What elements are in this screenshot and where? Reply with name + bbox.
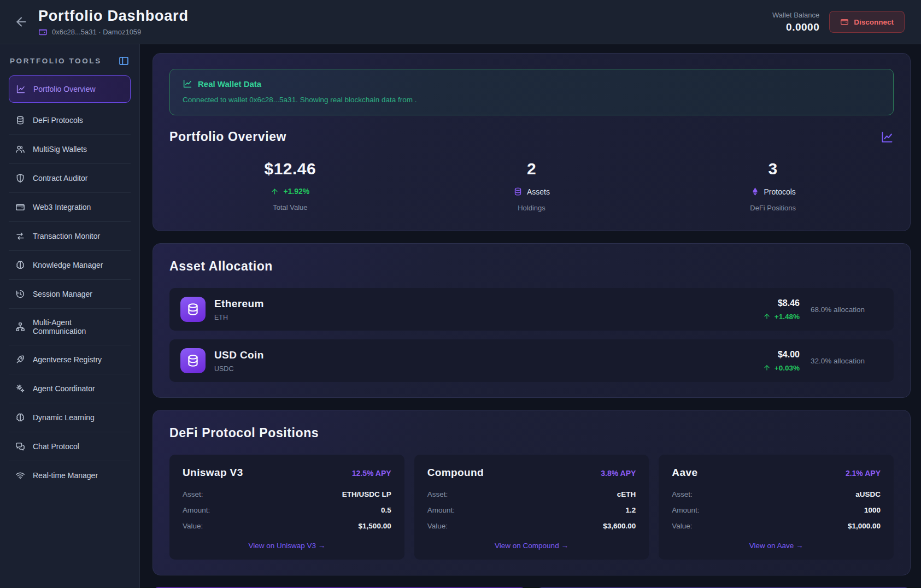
collapse-sidebar-icon[interactable]	[118, 55, 130, 67]
wallet-balance-label: Wallet Balance	[772, 11, 819, 19]
stat-label: DeFi Positions	[750, 204, 796, 212]
disconnect-button[interactable]: Disconnect	[829, 11, 905, 33]
real-wallet-data-banner: Real Wallet Data Connected to wallet 0x6…	[169, 69, 894, 115]
stat-protocols: 3 Protocols DeFi Positions	[652, 160, 894, 212]
stat-value: 2	[527, 160, 536, 178]
sidebar-item-realtime-manager[interactable]: Real-time Manager	[9, 461, 131, 490]
ethereum-icon	[750, 187, 760, 196]
position-card-uniswap: Uniswap V3 12.5% APY Asset:ETH/USDC LP A…	[169, 455, 404, 560]
sidebar-item-label: Chat Protocol	[33, 442, 79, 451]
stat-label: Total Value	[273, 203, 307, 211]
chart-line-icon	[183, 79, 192, 89]
page-title: Portfolio Dashboard	[38, 8, 189, 25]
position-card-compound: Compound 3.8% APY Asset:cETH Amount:1.2 …	[414, 455, 649, 560]
position-apy: 2.1% APY	[846, 469, 881, 478]
position-name: Aave	[672, 467, 697, 479]
sidebar-item-label: Contract Auditor	[33, 174, 87, 183]
sidebar-item-session-manager[interactable]: Session Manager	[9, 280, 131, 309]
history-icon	[15, 289, 25, 299]
users-icon	[15, 144, 25, 154]
view-on-compound-link[interactable]: View on Compound →	[427, 542, 636, 550]
sidebar-item-chat-protocol[interactable]: Chat Protocol	[9, 432, 131, 461]
asset-row-ethereum[interactable]: Ethereum ETH $8.46 +1.48% 68.0% allocati…	[169, 288, 894, 331]
asset-allocation-card: Asset Allocation Ethereum ETH $8.46	[152, 243, 911, 398]
coins-icon	[186, 354, 200, 368]
banner-title: Real Wallet Data	[198, 79, 261, 89]
sidebar-item-label: Real-time Manager	[33, 471, 98, 480]
sidebar-item-multisig-wallets[interactable]: MultiSig Wallets	[9, 135, 131, 164]
view-on-uniswap-link[interactable]: View on Uniswap V3 →	[183, 542, 391, 550]
position-value-label: Value:	[427, 522, 448, 530]
chat-bubbles-icon	[15, 442, 25, 451]
position-asset-label: Asset:	[427, 490, 448, 498]
sidebar-item-label: Web3 Integration	[33, 203, 91, 211]
position-value-value: $1,500.00	[359, 522, 391, 530]
sidebar-item-multi-agent-communication[interactable]: Multi-Agent Communication	[9, 309, 131, 345]
position-name: Uniswap V3	[183, 467, 243, 479]
position-value-value: $3,600.00	[603, 522, 636, 530]
network-icon	[15, 322, 25, 332]
main-content: Real Wallet Data Connected to wallet 0x6…	[140, 44, 921, 588]
arrow-up-icon	[271, 187, 279, 196]
coins-icon	[513, 187, 523, 196]
asset-row-usd-coin[interactable]: USD Coin USDC $4.00 +0.03% 32.0% allocat…	[169, 339, 894, 382]
wallet-icon	[38, 27, 48, 37]
sidebar-item-label: Agent Coordinator	[33, 384, 95, 393]
sidebar-item-agent-coordinator[interactable]: Agent Coordinator	[9, 374, 131, 403]
sidebar-item-transaction-monitor[interactable]: Transaction Monitor	[9, 222, 131, 251]
stat-total-value: $12.46 +1.92% Total Value	[169, 160, 411, 212]
sidebar-item-label: DeFi Protocols	[33, 116, 83, 125]
position-value-label: Value:	[183, 522, 203, 530]
disconnect-label: Disconnect	[854, 18, 894, 26]
asset-symbol: ETH	[214, 314, 264, 321]
sidebar-item-contract-auditor[interactable]: Contract Auditor	[9, 164, 131, 193]
sidebar-item-label: Session Manager	[33, 290, 92, 298]
wallet-address: 0x6c28...5a31 · Damoz1059	[52, 28, 141, 36]
chart-line-icon	[16, 84, 26, 94]
sidebar-item-label: MultiSig Wallets	[33, 145, 87, 154]
top-header: Portfolio Dashboard 0x6c28...5a31 · Damo…	[0, 0, 921, 44]
stat-change: +1.92%	[283, 187, 309, 196]
back-arrow-icon[interactable]	[14, 15, 28, 29]
sidebar-item-agentverse-registry[interactable]: Agentverse Registry	[9, 345, 131, 374]
asset-avatar	[180, 348, 206, 373]
stat-value: $12.46	[264, 160, 316, 178]
banner-description: Connected to wallet 0x6c28...5a31. Showi…	[183, 96, 881, 104]
portfolio-overview-card: Real Wallet Data Connected to wallet 0x6…	[152, 53, 911, 231]
stat-value: 3	[769, 160, 778, 178]
stat-assets: 2 Assets Holdings	[411, 160, 653, 212]
sidebar: PORTFOLIO TOOLS Portfolio Overview DeFi …	[0, 44, 140, 588]
sidebar-item-defi-protocols[interactable]: DeFi Protocols	[9, 106, 131, 135]
sidebar-item-dynamic-learning[interactable]: Dynamic Learning	[9, 403, 131, 432]
arrow-up-icon	[763, 364, 771, 372]
sidebar-item-knowledge-manager[interactable]: Knowledge Manager	[9, 251, 131, 280]
defi-positions-title: DeFi Protocol Positions	[169, 426, 894, 440]
rocket-icon	[15, 355, 25, 364]
brain-icon	[15, 260, 25, 270]
sidebar-item-web3-integration[interactable]: Web3 Integration	[9, 193, 131, 222]
position-name: Compound	[427, 467, 484, 479]
asset-value: $4.00	[778, 350, 800, 360]
coins-icon	[15, 115, 25, 125]
position-asset-value: ETH/USDC LP	[342, 490, 391, 498]
asset-allocation: 32.0% allocation	[811, 357, 883, 365]
view-on-aave-link[interactable]: View on Aave →	[672, 542, 881, 550]
overview-section-title: Portfolio Overview	[169, 130, 286, 144]
asset-allocation-title: Asset Allocation	[169, 259, 894, 274]
stat-label: Holdings	[518, 204, 545, 212]
asset-change: +0.03%	[775, 364, 800, 372]
sidebar-item-portfolio-overview[interactable]: Portfolio Overview	[9, 75, 131, 103]
position-asset-value: cETH	[617, 490, 636, 498]
asset-value: $8.46	[778, 298, 800, 308]
stat-sub: Assets	[527, 187, 550, 196]
position-asset-value: aUSDC	[855, 490, 881, 498]
sidebar-item-label: Agentverse Registry	[33, 355, 102, 364]
asset-name: USD Coin	[214, 349, 264, 361]
wallet-icon	[840, 17, 849, 26]
position-amount-label: Amount:	[427, 506, 455, 514]
brain-icon	[15, 413, 25, 422]
chart-line-icon	[881, 131, 894, 144]
asset-avatar	[180, 297, 206, 322]
sidebar-item-label: Knowledge Manager	[33, 261, 103, 269]
position-value-value: $1,000.00	[848, 522, 881, 530]
